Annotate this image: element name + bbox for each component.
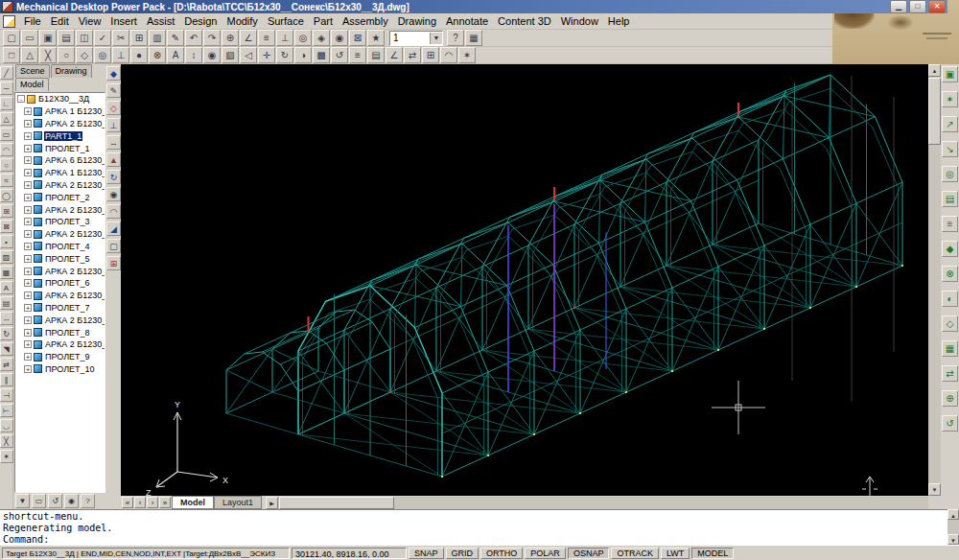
shade-icon[interactable]: ◑ [294, 47, 312, 63]
tab-nav-icon[interactable]: » [159, 497, 171, 508]
region-icon[interactable]: ▦ [0, 266, 13, 279]
tree-item[interactable]: + АРКА 1 Б1230_2 [15, 167, 105, 179]
snap-tangent-icon[interactable]: ◎ [94, 47, 111, 63]
expand-icon[interactable]: + [24, 230, 32, 238]
dimension-icon[interactable]: ↔ [106, 135, 121, 150]
lwt-toggle[interactable]: LWT [661, 548, 690, 559]
named-ucs-icon[interactable]: ⊥ [276, 30, 293, 46]
mirror-icon[interactable]: ⇄ [0, 358, 13, 371]
scale-icon[interactable]: ◥ [0, 342, 13, 356]
point-icon[interactable]: • [0, 235, 13, 248]
polygon-icon[interactable]: △ [0, 112, 13, 126]
osnap-toggle[interactable]: OSNAP [568, 548, 610, 559]
new-part-icon[interactable]: ◆ [106, 66, 121, 81]
table-icon[interactable]: ▤ [0, 296, 13, 310]
interference-icon[interactable]: ⊗ [942, 266, 958, 282]
mtext-icon[interactable]: A [0, 281, 13, 294]
tree-item[interactable]: + АРКА 2 Б1230_4 [15, 228, 105, 241]
expand-icon[interactable]: + [24, 169, 32, 176]
options-icon[interactable]: ★ [367, 30, 385, 46]
minimize-button[interactable]: ▁ [890, 0, 907, 13]
menu-item[interactable]: Surface [263, 14, 309, 28]
explode-icon[interactable]: ✶ [0, 450, 13, 463]
otrack-toggle[interactable]: OTRACK [611, 548, 659, 559]
explode-icon[interactable]: ✶ [458, 47, 476, 63]
expand-icon[interactable]: + [24, 316, 32, 324]
scene-icon[interactable]: ▣ [942, 66, 958, 82]
hatch-icon[interactable]: ▨ [0, 250, 13, 264]
trim-icon[interactable]: ⊣ [0, 388, 13, 402]
snap-node-icon[interactable]: ● [130, 47, 148, 63]
browser-pin-icon[interactable]: ◉ [64, 494, 79, 508]
tab-nav-icon[interactable]: « [122, 497, 133, 508]
tree-root[interactable]: - Б12Х30__3Д [15, 93, 105, 105]
browser-filter-icon[interactable]: ▼ [15, 494, 30, 508]
expand-icon[interactable]: + [24, 218, 32, 225]
circle-icon[interactable]: ○ [0, 158, 13, 172]
command-window[interactable]: shortcut-menu.Regenerating model.Command… [0, 509, 959, 545]
menu-item[interactable]: Assembly [338, 14, 393, 28]
tree-item[interactable]: + АРКА 2 Б1230_7 [15, 290, 105, 302]
mass-properties-icon[interactable]: ◆ [942, 241, 958, 257]
undo-icon[interactable]: ↶ [185, 30, 202, 46]
menu-item[interactable]: View [74, 14, 106, 28]
offset-icon[interactable]: ∥ [0, 373, 13, 386]
text-icon[interactable]: A [167, 47, 184, 63]
polar-toggle[interactable]: POLAR [525, 548, 566, 559]
mirror-icon[interactable]: ⇄ [404, 47, 421, 63]
expand-icon[interactable]: + [24, 365, 32, 373]
tree-item[interactable]: + АРКА 2 Б1230_2 [15, 179, 105, 192]
tree-item[interactable]: + АРКА 2 Б1230_8 [15, 314, 105, 326]
extend-icon[interactable]: ⊢ [0, 404, 13, 417]
tree-item[interactable]: + ПРОЛЕТ_2 [15, 191, 105, 203]
tree-item[interactable]: + АРКА 2 Б1230_1 [15, 118, 105, 130]
explode-scene-icon[interactable]: ✶ [942, 91, 958, 107]
insert-block-icon[interactable]: ⊞ [0, 204, 13, 218]
tree-item[interactable]: + ПРОЛЕТ_9 [15, 351, 105, 363]
tweak-icon[interactable]: ↗ [942, 116, 958, 132]
trail-icon[interactable]: ↘ [942, 141, 958, 157]
revolve-icon[interactable]: ↻ [106, 170, 121, 184]
tab-nav-icon[interactable]: › [147, 497, 158, 508]
ellipse-icon[interactable]: ◯ [0, 189, 13, 202]
expand-icon[interactable]: + [24, 243, 32, 250]
move-icon[interactable]: ↔ [0, 312, 13, 325]
expand-icon[interactable]: + [24, 156, 32, 164]
combine-icon[interactable]: ⊕ [942, 390, 958, 407]
snap-center-icon[interactable]: ○ [58, 47, 75, 63]
expand-icon[interactable]: + [24, 255, 32, 263]
tree-item[interactable]: + ПРОЛЕТ_7 [15, 302, 105, 315]
tab-layout1[interactable]: Layout1 [214, 496, 262, 509]
expand-icon[interactable]: + [24, 194, 32, 201]
scroll-right-icon[interactable]: ▶ [266, 497, 278, 509]
paste-icon[interactable]: ▥ [149, 30, 166, 46]
wireframe-canvas[interactable]: YXZ [121, 64, 928, 496]
open-icon[interactable]: ▭ [21, 30, 38, 46]
tree-item[interactable]: + АРКА 1 Б1230_1 [15, 105, 105, 118]
hide-icon[interactable]: ▩ [313, 47, 330, 63]
expand-icon[interactable]: + [24, 268, 32, 275]
expand-icon[interactable]: + [24, 107, 32, 115]
tab-model[interactable]: Model [15, 78, 49, 91]
tree-item[interactable]: + АРКА 2 Б1230_6 [15, 265, 105, 277]
expand-icon[interactable]: + [24, 340, 32, 348]
arc-icon[interactable]: ◠ [0, 143, 13, 156]
tree-item[interactable]: + ПРОЛЕТ_5 [15, 252, 105, 265]
tree-item[interactable]: + ПРОЛЕТ_8 [15, 326, 105, 338]
make-block-icon[interactable]: ⊠ [0, 220, 13, 233]
tree-item[interactable]: + ПРОЛЕТ_3 [15, 216, 105, 228]
replace-icon[interactable]: ⇄ [942, 365, 958, 382]
power-snap-icon[interactable]: ⊠ [349, 30, 366, 46]
profile-icon[interactable]: ◇ [106, 101, 121, 115]
restore-button[interactable]: □ [909, 0, 926, 13]
match-properties-icon[interactable]: ✎ [167, 30, 184, 46]
expand-icon[interactable]: + [24, 206, 32, 214]
viewport[interactable]: YXZ [121, 64, 928, 496]
command-scrollbar[interactable]: ▲ ▼ [947, 509, 959, 545]
new-icon[interactable]: ▢ [3, 30, 20, 46]
fillet-icon[interactable]: ◡ [0, 419, 13, 432]
help-icon[interactable]: ? [447, 30, 464, 46]
grid-toggle[interactable]: GRID [446, 548, 480, 559]
expand-icon[interactable]: + [24, 132, 32, 140]
horizontal-scroll-thumb[interactable] [279, 497, 394, 509]
